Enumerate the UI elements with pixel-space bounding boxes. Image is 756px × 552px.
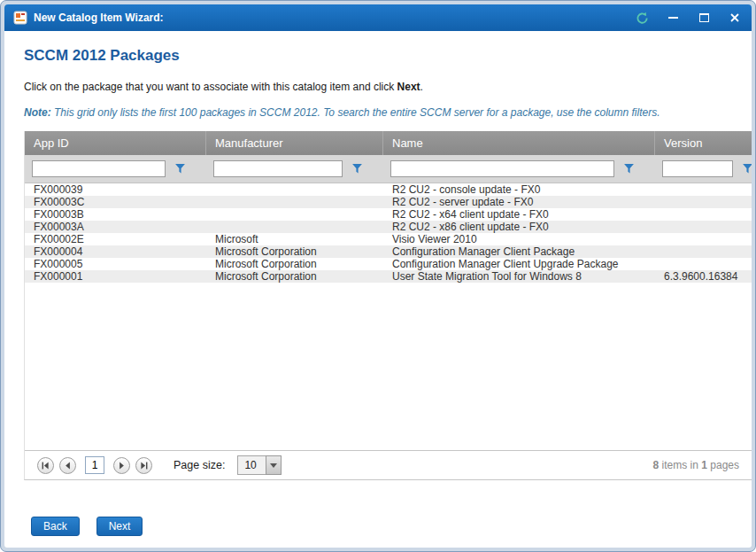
filter-funnel-icon (742, 163, 752, 175)
note-label: Note: (24, 106, 51, 119)
pager-summary: 8 items in 1 pages (653, 459, 739, 471)
table-row[interactable]: FX00002EMicrosoftVisio Viewer 2010 (25, 233, 752, 245)
column-header-name[interactable]: Name (383, 131, 655, 155)
window-title: New Catalog Item Wizard: (34, 12, 164, 24)
cell-version (655, 245, 752, 258)
grid-header: App ID Manufacturer Name Version (25, 131, 752, 155)
cell-manufacturer (206, 196, 383, 208)
last-page-button[interactable] (135, 457, 152, 474)
column-header-app-id[interactable]: App ID (25, 131, 206, 155)
table-row[interactable]: FX00003BR2 CU2 - x64 client update - FX0 (25, 208, 752, 221)
table-row[interactable]: FX00003AR2 CU2 - x86 client update - FX0 (25, 221, 752, 233)
cell-manufacturer: Microsoft Corporation (206, 270, 383, 283)
window-controls (634, 10, 743, 26)
cell-version (655, 208, 752, 221)
cell-version (655, 221, 752, 233)
pager: Page size: 10 8 items in 1 pages (25, 450, 752, 479)
maximize-button[interactable] (696, 10, 712, 26)
first-page-icon (41, 461, 50, 470)
cell-version (655, 233, 752, 245)
filter-funnel-icon (174, 163, 186, 175)
grid-empty-area (25, 283, 752, 450)
column-header-manufacturer[interactable]: Manufacturer (206, 131, 383, 155)
next-button[interactable]: Next (96, 517, 143, 536)
cell-manufacturer (206, 183, 383, 196)
manufacturer-filter-button[interactable] (347, 160, 366, 178)
back-button[interactable]: Back (31, 517, 80, 536)
minimize-icon (668, 17, 678, 19)
previous-page-icon (63, 461, 73, 470)
cell-version: 6.3.9600.16384 (655, 270, 752, 283)
current-page-input[interactable] (85, 456, 104, 474)
column-header-version[interactable]: Version (655, 131, 752, 155)
filter-funnel-icon (351, 163, 363, 175)
name-filter-button[interactable] (619, 160, 638, 178)
cell-app-id: FX00003C (25, 196, 206, 208)
refresh-icon (636, 12, 649, 25)
page-size-dropdown[interactable]: 10 (237, 455, 282, 475)
filter-row (25, 155, 752, 183)
cell-version (655, 258, 752, 270)
last-page-icon (139, 461, 149, 470)
table-row[interactable]: FX00003CR2 CU2 - server update - FX0 (25, 196, 752, 208)
filter-cell-version (655, 155, 752, 183)
cell-name: R2 CU2 - console update - FX0 (383, 183, 655, 196)
page-size-label: Page size: (174, 459, 225, 471)
table-row[interactable]: FX000004Microsoft CorporationConfigurati… (25, 245, 752, 258)
close-icon (729, 12, 740, 23)
maximize-icon (699, 13, 709, 22)
previous-page-button[interactable] (59, 457, 76, 474)
filter-cell-name (383, 155, 655, 183)
app-icon (13, 11, 27, 25)
cell-manufacturer: Microsoft (206, 233, 383, 245)
app-id-filter-button[interactable] (170, 160, 189, 178)
next-page-button[interactable] (113, 457, 130, 474)
cell-name: R2 CU2 - x64 client update - FX0 (383, 208, 655, 221)
cell-app-id: FX00002E (25, 233, 206, 245)
filter-funnel-icon (623, 163, 635, 175)
page-size-value: 10 (237, 455, 266, 475)
cell-version (655, 196, 752, 208)
cell-name: Configuration Manager Client Upgrade Pac… (383, 258, 655, 270)
footer-buttons: Back Next (31, 517, 752, 536)
page-size-dropdown-button[interactable] (266, 455, 282, 475)
grid-body: FX000039R2 CU2 - console update - FX0FX0… (25, 183, 752, 283)
instruction-text: Click on the package that you want to as… (24, 81, 752, 93)
cell-name: Visio Viewer 2010 (383, 233, 655, 245)
first-page-button[interactable] (37, 457, 54, 474)
chevron-down-icon (270, 463, 277, 468)
table-row[interactable]: FX000039R2 CU2 - console update - FX0 (25, 183, 752, 196)
page-title: SCCM 2012 Packages (24, 47, 752, 65)
refresh-button[interactable] (634, 10, 650, 26)
manufacturer-filter-input[interactable] (213, 160, 343, 177)
table-row[interactable]: FX000001Microsoft CorporationUser State … (25, 270, 752, 283)
packages-grid: App ID Manufacturer Name Version (24, 131, 752, 480)
cell-app-id: FX000001 (25, 270, 206, 283)
next-page-icon (117, 461, 127, 470)
cell-manufacturer (206, 208, 383, 221)
close-button[interactable] (727, 10, 743, 26)
cell-app-id: FX00003A (25, 221, 206, 233)
cell-manufacturer (206, 221, 383, 233)
cell-app-id: FX00003B (25, 208, 206, 221)
cell-manufacturer: Microsoft Corporation (206, 258, 383, 270)
app-id-filter-input[interactable] (32, 160, 166, 177)
cell-app-id: FX000004 (25, 245, 206, 258)
minimize-button[interactable] (665, 10, 681, 26)
note-text: Note: This grid only lists the first 100… (24, 106, 752, 119)
version-filter-button[interactable] (737, 160, 752, 178)
name-filter-input[interactable] (390, 160, 614, 177)
cell-name: R2 CU2 - server update - FX0 (383, 196, 655, 208)
cell-app-id: FX000039 (25, 183, 206, 196)
version-filter-input[interactable] (662, 160, 733, 177)
filter-cell-app-id (25, 155, 206, 183)
filter-cell-manufacturer (206, 155, 383, 183)
cell-version (655, 183, 752, 196)
wizard-window: New Catalog Item Wizard: SCCM 2012 (0, 0, 756, 552)
table-row[interactable]: FX000005Microsoft CorporationConfigurati… (25, 258, 752, 270)
cell-name: User State Migration Tool for Windows 8 (383, 270, 655, 283)
cell-name: R2 CU2 - x86 client update - FX0 (383, 221, 655, 233)
wizard-content: SCCM 2012 Packages Click on the package … (4, 31, 752, 548)
content-spacer (4, 480, 752, 517)
cell-manufacturer: Microsoft Corporation (206, 245, 383, 258)
